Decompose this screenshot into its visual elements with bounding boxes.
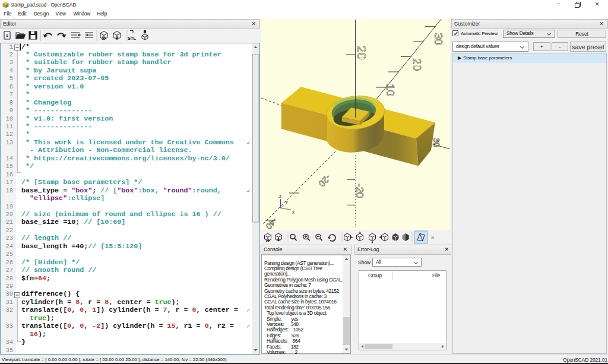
svg-text:20: 20 [355,46,369,59]
svg-text:z: z [279,194,281,199]
svg-text:20: 20 [411,58,423,71]
svg-text:STL: STL [128,36,137,41]
svg-text:10: 10 [384,84,397,96]
svg-text:30: 30 [432,138,442,148]
svg-text:-40: -40 [264,216,279,230]
svg-text:30: 30 [432,33,445,45]
svg-text:-20: -20 [317,173,333,189]
svg-text:»: » [431,235,434,240]
svg-text:-20: -20 [354,183,365,198]
svg-text:x: x [292,210,294,215]
svg-text:y: y [286,199,288,204]
